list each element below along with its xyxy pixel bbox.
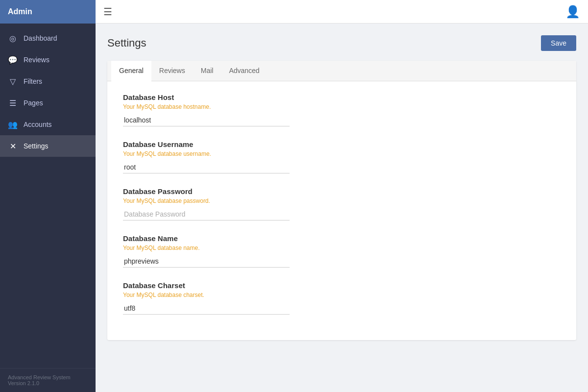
tabs-bar: GeneralReviewsMailAdvanced: [107, 61, 576, 81]
tab-general[interactable]: General: [111, 61, 151, 81]
footer-line2: Version 2.1.0: [8, 380, 88, 386]
page-title: Settings: [107, 37, 147, 49]
field-label-db_charset: Database Charset: [123, 281, 561, 290]
field-group-db_host: Database HostYour MySQL database hostnam…: [123, 93, 561, 126]
main-area: ☰ 👤 Settings Save GeneralReviewsMailAdva…: [96, 0, 588, 392]
sidebar-label-pages: Pages: [24, 99, 43, 107]
field-desc-db_username: Your MySQL database username.: [123, 150, 561, 157]
sidebar-label-filters: Filters: [24, 77, 42, 85]
sidebar: Admin ◎Dashboard💬Reviews▽Filters☰Pages👥A…: [0, 0, 96, 392]
sidebar-title: Admin: [8, 7, 32, 16]
sidebar-header: Admin: [0, 0, 96, 24]
field-group-db_password: Database PasswordYour MySQL database pas…: [123, 187, 561, 220]
content-header: Settings Save: [107, 35, 576, 51]
field-group-db_username: Database UsernameYour MySQL database use…: [123, 140, 561, 173]
tab-reviews[interactable]: Reviews: [151, 61, 193, 81]
reviews-icon: 💬: [8, 55, 18, 65]
settings-body: Database HostYour MySQL database hostnam…: [107, 81, 576, 340]
field-input-db_name[interactable]: [123, 255, 290, 268]
field-group-db_name: Database NameYour MySQL database name.: [123, 234, 561, 268]
field-label-db_host: Database Host: [123, 93, 561, 101]
dashboard-icon: ◎: [8, 33, 18, 43]
user-icon[interactable]: 👤: [565, 5, 580, 19]
field-label-db_password: Database Password: [123, 187, 561, 196]
sidebar-label-settings: Settings: [24, 142, 49, 150]
sidebar-item-dashboard[interactable]: ◎Dashboard: [0, 27, 96, 49]
field-label-db_username: Database Username: [123, 140, 561, 148]
sidebar-item-pages[interactable]: ☰Pages: [0, 92, 96, 114]
field-group-db_charset: Database CharsetYour MySQL database char…: [123, 281, 561, 315]
field-input-db_host[interactable]: [123, 114, 290, 126]
sidebar-footer: Advanced Review System Version 2.1.0: [0, 368, 96, 392]
field-desc-db_name: Your MySQL database name.: [123, 245, 561, 251]
field-label-db_name: Database Name: [123, 234, 561, 243]
filters-icon: ▽: [8, 76, 18, 86]
menu-icon[interactable]: ☰: [103, 6, 112, 18]
tab-mail[interactable]: Mail: [193, 61, 221, 81]
sidebar-item-settings[interactable]: ✕Settings: [0, 135, 96, 157]
settings-card: GeneralReviewsMailAdvanced Database Host…: [107, 61, 576, 340]
field-input-db_username[interactable]: [123, 161, 290, 173]
topbar: ☰ 👤: [96, 0, 588, 24]
settings-icon: ✕: [8, 141, 18, 151]
field-desc-db_charset: Your MySQL database charset.: [123, 292, 561, 298]
field-desc-db_host: Your MySQL database hostname.: [123, 103, 561, 110]
sidebar-item-filters[interactable]: ▽Filters: [0, 71, 96, 92]
sidebar-label-reviews: Reviews: [24, 56, 49, 64]
sidebar-label-accounts: Accounts: [24, 121, 52, 128]
field-desc-db_password: Your MySQL database password.: [123, 197, 561, 204]
tab-advanced[interactable]: Advanced: [221, 61, 267, 81]
field-input-db_password[interactable]: [123, 208, 290, 220]
sidebar-label-dashboard: Dashboard: [24, 34, 57, 42]
save-button[interactable]: Save: [541, 35, 576, 51]
sidebar-item-reviews[interactable]: 💬Reviews: [0, 49, 96, 71]
pages-icon: ☰: [8, 98, 18, 108]
field-input-db_charset[interactable]: [123, 302, 290, 315]
sidebar-item-accounts[interactable]: 👥Accounts: [0, 114, 96, 135]
content-area: Settings Save GeneralReviewsMailAdvanced…: [96, 24, 588, 392]
footer-line1: Advanced Review System: [8, 374, 88, 380]
sidebar-nav: ◎Dashboard💬Reviews▽Filters☰Pages👥Account…: [0, 24, 96, 368]
accounts-icon: 👥: [8, 120, 18, 129]
